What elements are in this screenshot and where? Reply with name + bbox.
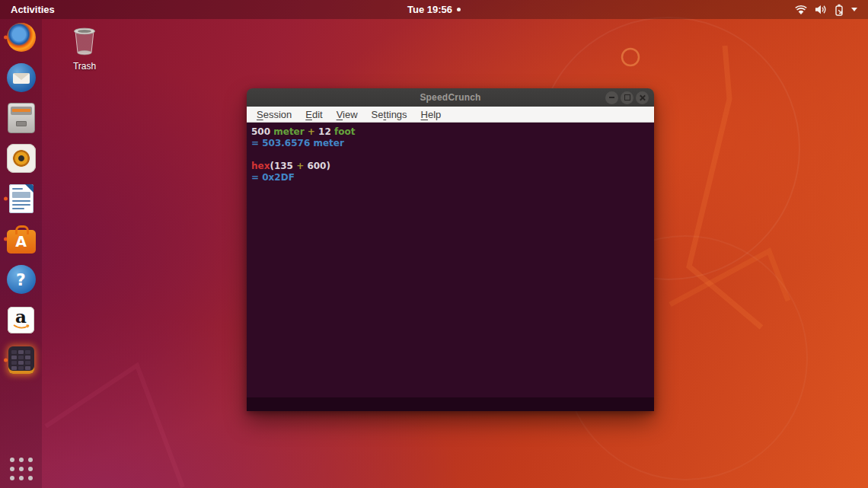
expression-input[interactable] [247,397,654,411]
history-line: 500 meter + 12 foot [251,126,654,138]
maximize-button[interactable] [621,91,633,104]
window-title: SpeedCrunch [420,92,480,103]
thunderbird-icon [7,63,36,92]
clock-button[interactable]: Tue 19:56 [407,0,461,19]
maximize-icon [624,94,630,100]
menu-session[interactable]: Session [250,108,298,121]
menu-edit[interactable]: Edit [298,108,329,121]
menu-bar: SessionEditViewSettingsHelp [247,107,654,123]
system-status-area[interactable] [789,0,863,19]
close-icon [639,94,646,101]
menu-help[interactable]: Help [414,108,448,121]
dock-item-speedcrunch[interactable] [5,345,38,375]
dock-item-software[interactable]: A [5,224,38,254]
window-controls [605,88,649,107]
minimize-button[interactable] [605,91,618,104]
trash-can-icon [67,24,102,56]
speedcrunch-icon [8,346,34,374]
history-line: = 0x2DF [251,172,654,183]
close-button[interactable] [636,91,649,104]
dock-item-amazon[interactable]: a [5,305,38,335]
menu-settings[interactable]: Settings [365,108,414,121]
speedcrunch-window: SpeedCrunch SessionEditViewSettingsHelp … [247,88,654,411]
clock-label: Tue 19:56 [407,4,452,15]
trash-label: Trash [63,61,106,72]
window-titlebar[interactable]: SpeedCrunch [247,88,654,107]
trash-desktop-icon[interactable]: Trash [63,24,106,72]
menu-view[interactable]: View [330,108,365,121]
dock-item-firefox[interactable] [5,22,38,53]
dock-item-files[interactable] [5,103,38,133]
wifi-icon [795,5,807,15]
history-blank-line [251,149,654,161]
dock-item-thunderbird[interactable] [5,62,38,93]
notification-dot-icon [457,8,461,11]
battery-icon [834,4,844,16]
running-indicator-dot [4,359,8,362]
files-icon [8,103,35,133]
dock: A?a [0,19,42,488]
volume-icon [814,4,827,15]
dock-item-writer[interactable] [5,183,38,214]
minimize-icon [609,97,614,98]
caret-down-icon [851,8,857,11]
history-line: = 503.6576 meter [251,138,654,149]
activities-button[interactable]: Activities [0,0,65,19]
rhythmbox-icon [7,144,36,173]
dock-item-help[interactable]: ? [5,264,38,295]
amazon-icon: a [8,307,34,333]
top-bar: Activities Tue 19:56 [0,0,868,19]
help-icon: ? [7,265,36,294]
history-line: hex(135 + 600) [251,161,654,172]
dock-item-rhythmbox[interactable] [5,143,38,174]
ubuntu-software-icon: A [7,230,36,254]
calc-history-pane[interactable]: 500 meter + 12 foot= 503.6576 meter hex(… [247,123,654,397]
firefox-icon [7,23,36,52]
libreoffice-writer-icon [9,184,34,213]
running-indicator-dot [4,197,8,201]
